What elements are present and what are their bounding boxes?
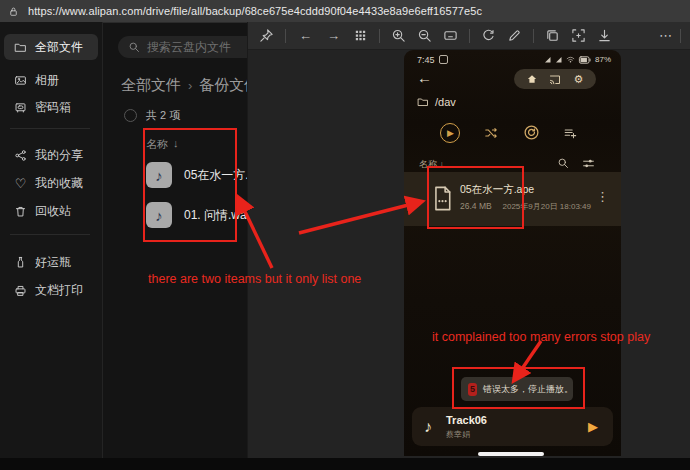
phone-time: 7:45 [417, 55, 435, 65]
share-icon [14, 149, 27, 162]
sidebar-item-label: 文档打印 [35, 282, 83, 299]
view-options-icon[interactable] [582, 157, 595, 170]
rotate-icon[interactable] [481, 28, 496, 43]
sidebar-item-label: 密码箱 [35, 99, 71, 116]
phone-screenshot: 7:45 87% ← ⚙ /dav ▶ 名称 ↓ 05在 [404, 50, 621, 456]
column-name-label: 名称 [146, 137, 168, 152]
home-icon[interactable] [526, 73, 538, 85]
sidebar-item-albums[interactable]: 相册 [4, 68, 98, 92]
items-count: 共 2 项 [146, 108, 180, 123]
copy-window-icon[interactable] [545, 28, 560, 43]
sidebar-item-label: 我的收藏 [35, 175, 83, 192]
table-row[interactable]: ♪ 01. 问情.wav [146, 198, 253, 232]
photo-icon [14, 74, 27, 87]
home-indicator [478, 452, 544, 456]
save-icon[interactable] [597, 28, 612, 43]
shuffle-icon[interactable] [484, 126, 498, 140]
note-glyph: ♪ [155, 207, 163, 224]
sidebar-item-doc-print[interactable]: 文档打印 [4, 278, 98, 302]
file-doc-icon [432, 185, 453, 212]
phone-folder-icon [417, 96, 429, 108]
toolbar-divider [285, 29, 286, 43]
gear-icon[interactable]: ⚙ [573, 73, 585, 85]
sidebar-item-my-shares[interactable]: 我的分享 [4, 143, 98, 167]
sidebar-item-recycle-bin[interactable]: 回收站 [4, 199, 98, 223]
music-file-icon: ♪ [146, 162, 172, 188]
grid-icon[interactable] [353, 28, 368, 43]
forward-icon[interactable]: → [325, 28, 342, 43]
signal-icon [544, 56, 552, 64]
battery-percent: 87% [595, 55, 611, 64]
phone-file-row[interactable]: 05在水一方.ape 26.4 MB 2025年9月20日 18:03:49 ⋮ [404, 172, 621, 226]
fit-window-icon[interactable] [443, 28, 458, 43]
pin-icon[interactable] [259, 28, 274, 43]
breadcrumb-separator: › [188, 78, 192, 93]
search-icon [128, 41, 140, 53]
trash-icon [14, 205, 27, 218]
wifi-icon [566, 55, 575, 64]
player-track-title: Track06 [446, 414, 487, 426]
column-header-name[interactable]: 名称 ↓ [146, 137, 179, 152]
phone-path: /dav [435, 96, 456, 108]
more-icon[interactable]: ⋯ [657, 28, 674, 43]
mini-player[interactable]: ♪ Track06 蔡幸娟 ▶ [412, 407, 613, 446]
heart-icon: ♡ [14, 177, 27, 190]
browser-url-bar[interactable]: https://www.alipan.com/drive/file/all/ba… [0, 0, 690, 23]
sidebar-item-my-favorites[interactable]: ♡ 我的收藏 [4, 171, 98, 195]
sidebar-item-lucky-bottle[interactable]: 好运瓶 [4, 250, 98, 274]
safe-icon [14, 101, 27, 114]
image-viewer-window: ← → ⋯ 7:45 87% ← [247, 22, 690, 458]
menu-vertical-icon[interactable]: ⋮ [596, 189, 609, 204]
sidebar-item-label: 好运瓶 [35, 254, 71, 271]
bottom-strip [0, 458, 690, 470]
playlist-add-icon[interactable] [563, 126, 577, 140]
lock-icon [8, 6, 19, 17]
select-all-checkbox[interactable] [124, 109, 137, 122]
toast-text: 错误太多，停止播放。 [483, 383, 573, 396]
phone-nav-pill: ⚙ [514, 69, 596, 89]
sort-text: 名称 [419, 159, 437, 169]
play-all-icon[interactable]: ▶ [440, 123, 460, 143]
note-glyph: ♪ [155, 167, 163, 184]
file-name[interactable]: 01. 问情.wav [184, 207, 253, 224]
player-artist: 蔡幸娟 [446, 429, 487, 440]
sidebar-item-password-box[interactable]: 密码箱 [4, 95, 98, 119]
player-play-icon[interactable]: ▶ [588, 419, 598, 434]
sort-arrow-icon: ↓ [440, 159, 445, 169]
sidebar-item-all-files[interactable]: 全部文件 [4, 34, 98, 60]
repeat-icon[interactable] [523, 124, 540, 141]
sidebar-divider [10, 128, 90, 129]
zoom-out-icon[interactable] [417, 28, 432, 43]
music-file-icon: ♪ [146, 202, 172, 228]
toolbar-divider [379, 29, 380, 43]
error-badge-icon: 5 [468, 383, 477, 396]
signal2-icon [555, 56, 563, 64]
folder-icon [14, 41, 27, 54]
selection-count-row: 共 2 项 [124, 108, 180, 123]
notification-icon [439, 55, 448, 64]
sidebar: 全部文件 相册 密码箱 我的分享 ♡ 我的收藏 回收站 好运瓶 文档打印 [0, 22, 103, 458]
sort-arrow-icon: ↓ [173, 137, 179, 152]
phone-file-name: 05在水一方.ape [460, 183, 534, 197]
cast-icon[interactable] [549, 73, 561, 85]
phone-file-date: 2025年9月20日 18:03:49 [502, 201, 591, 212]
edit-icon[interactable] [507, 28, 522, 43]
url-text[interactable]: https://www.alipan.com/drive/file/all/ba… [28, 5, 482, 17]
printer-icon [14, 284, 27, 297]
breadcrumb-root[interactable]: 全部文件 [121, 76, 181, 95]
note-icon: ♪ [424, 418, 432, 436]
back-icon[interactable]: ← [297, 28, 314, 43]
sidebar-item-label: 我的分享 [35, 147, 83, 164]
battery-icon [578, 56, 592, 64]
phone-sort-label[interactable]: 名称 ↓ [419, 158, 444, 171]
phone-search-icon[interactable] [557, 157, 569, 169]
bottle-icon [14, 256, 27, 269]
phone-status-bar: 7:45 87% [404, 53, 621, 66]
region-select-icon[interactable] [571, 28, 586, 43]
phone-back-icon[interactable]: ← [417, 69, 432, 86]
toolbar-divider [533, 29, 534, 43]
phone-file-size: 26.4 MB [460, 201, 492, 211]
zoom-in-icon[interactable] [391, 28, 406, 43]
sidebar-item-label: 相册 [35, 72, 59, 89]
sidebar-item-label: 回收站 [35, 203, 71, 220]
